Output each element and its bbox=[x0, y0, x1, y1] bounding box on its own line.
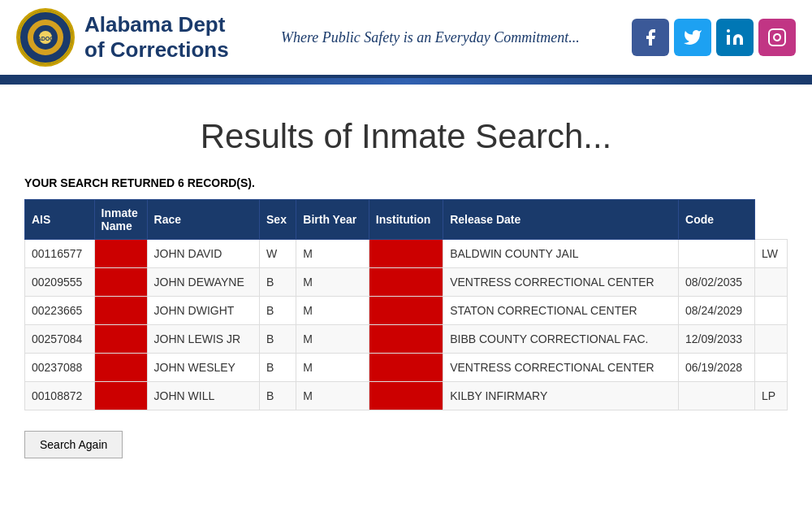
cell-release-date bbox=[679, 240, 755, 268]
instagram-icon[interactable] bbox=[758, 19, 796, 56]
cell-birth-year bbox=[369, 354, 443, 382]
col-sex: Sex bbox=[260, 200, 296, 240]
col-code: Code bbox=[679, 200, 755, 240]
linkedin-icon[interactable] bbox=[716, 19, 754, 56]
cell-institution: BALDWIN COUNTY JAIL bbox=[443, 240, 679, 268]
table-row: 00223665JOHN DWIGHTBMSTATON CORRECTIONAL… bbox=[25, 297, 788, 325]
cell-release-date bbox=[679, 382, 755, 410]
svg-rect-6 bbox=[769, 29, 785, 46]
cell-code bbox=[755, 354, 788, 382]
cell-institution: STATON CORRECTIONAL CENTER bbox=[443, 297, 679, 325]
cell-code: LW bbox=[755, 240, 788, 268]
cell-name[interactable]: JOHN WILL bbox=[147, 382, 259, 410]
cell-release-date: 06/19/2028 bbox=[679, 354, 755, 382]
cell-photo bbox=[94, 268, 147, 297]
table-row: 00257084JOHN LEWIS JRBMBIBB COUNTY CORRE… bbox=[25, 325, 788, 354]
cell-name[interactable]: JOHN DEWAYNE bbox=[147, 268, 259, 297]
page-title: Results of Inmate Search... bbox=[24, 117, 788, 156]
table-row: 00209555JOHN DEWAYNEBMVENTRESS CORRECTIO… bbox=[25, 268, 788, 297]
cell-release-date: 12/09/2033 bbox=[679, 325, 755, 354]
cell-sex: M bbox=[296, 382, 369, 410]
cell-code bbox=[755, 297, 788, 325]
cell-name[interactable]: JOHN DWIGHT bbox=[147, 297, 259, 325]
cell-birth-year bbox=[369, 268, 443, 297]
cell-photo bbox=[94, 354, 147, 382]
cell-ais: 00257084 bbox=[25, 325, 95, 354]
cell-photo bbox=[94, 382, 147, 410]
cell-race: B bbox=[260, 268, 296, 297]
cell-code bbox=[755, 325, 788, 354]
org-name: Alabama Deptof Corrections bbox=[84, 12, 229, 63]
cell-ais: 00209555 bbox=[25, 268, 95, 297]
blue-divider bbox=[0, 78, 812, 85]
cell-race: B bbox=[260, 354, 296, 382]
table-row: 00237088JOHN WESLEYBMVENTRESS CORRECTION… bbox=[25, 354, 788, 382]
cell-birth-year bbox=[369, 325, 443, 354]
cell-ais: 00223665 bbox=[25, 297, 95, 325]
social-icons bbox=[632, 19, 796, 56]
table-row: 00108872JOHN WILLBMKILBY INFIRMARYLP bbox=[25, 382, 788, 410]
tagline: Where Public Safety is an Everyday Commi… bbox=[281, 29, 580, 46]
col-race: Race bbox=[147, 200, 259, 240]
table-body: 00116577JOHN DAVIDWMBALDWIN COUNTY JAILL… bbox=[25, 240, 788, 410]
cell-institution: VENTRESS CORRECTIONAL CENTER bbox=[443, 354, 679, 382]
records-count: YOUR SEARCH RETURNED 6 RECORD(S). bbox=[24, 176, 788, 189]
cell-sex: M bbox=[296, 325, 369, 354]
cell-race: B bbox=[260, 382, 296, 410]
search-again-button[interactable]: Search Again bbox=[24, 431, 123, 458]
cell-sex: M bbox=[296, 268, 369, 297]
cell-institution: BIBB COUNTY CORRECTIONAL FAC. bbox=[443, 325, 679, 354]
cell-sex: M bbox=[296, 297, 369, 325]
cell-birth-year bbox=[369, 240, 443, 268]
col-release-date: Release Date bbox=[443, 200, 679, 240]
cell-sex: M bbox=[296, 240, 369, 268]
cell-ais: 00116577 bbox=[25, 240, 95, 268]
col-inmate-name: Inmate Name bbox=[94, 200, 147, 240]
cell-institution: VENTRESS CORRECTIONAL CENTER bbox=[443, 268, 679, 297]
cell-race: W bbox=[260, 240, 296, 268]
cell-release-date: 08/02/2035 bbox=[679, 268, 755, 297]
cell-photo bbox=[94, 325, 147, 354]
cell-race: B bbox=[260, 325, 296, 354]
cell-name[interactable]: JOHN DAVID bbox=[147, 240, 259, 268]
twitter-icon[interactable] bbox=[674, 19, 711, 56]
cell-birth-year bbox=[369, 382, 443, 410]
cell-code bbox=[755, 268, 788, 297]
cell-release-date: 08/24/2029 bbox=[679, 297, 755, 325]
site-header: ADOC Alabama Deptof Corrections Where Pu… bbox=[0, 0, 812, 78]
cell-ais: 00237088 bbox=[25, 354, 95, 382]
cell-photo bbox=[94, 240, 147, 268]
cell-photo bbox=[94, 297, 147, 325]
cell-race: B bbox=[260, 297, 296, 325]
cell-ais: 00108872 bbox=[25, 382, 95, 410]
header-left: ADOC Alabama Deptof Corrections bbox=[16, 8, 229, 67]
svg-text:ADOC: ADOC bbox=[37, 36, 54, 41]
cell-birth-year bbox=[369, 297, 443, 325]
cell-sex: M bbox=[296, 354, 369, 382]
col-institution: Institution bbox=[369, 200, 443, 240]
cell-name[interactable]: JOHN WESLEY bbox=[147, 354, 259, 382]
svg-point-5 bbox=[727, 29, 730, 33]
main-content: Results of Inmate Search... YOUR SEARCH … bbox=[0, 85, 812, 475]
table-header-row: AIS Inmate Name Race Sex Birth Year Inst… bbox=[25, 200, 788, 240]
cell-name[interactable]: JOHN LEWIS JR bbox=[147, 325, 259, 354]
cell-institution: KILBY INFIRMARY bbox=[443, 382, 679, 410]
facebook-icon[interactable] bbox=[632, 19, 669, 56]
table-row: 00116577JOHN DAVIDWMBALDWIN COUNTY JAILL… bbox=[25, 240, 788, 268]
org-logo: ADOC bbox=[16, 8, 75, 67]
results-table: AIS Inmate Name Race Sex Birth Year Inst… bbox=[24, 199, 788, 410]
cell-code: LP bbox=[755, 382, 788, 410]
col-ais: AIS bbox=[25, 200, 95, 240]
col-birth-year: Birth Year bbox=[296, 200, 369, 240]
